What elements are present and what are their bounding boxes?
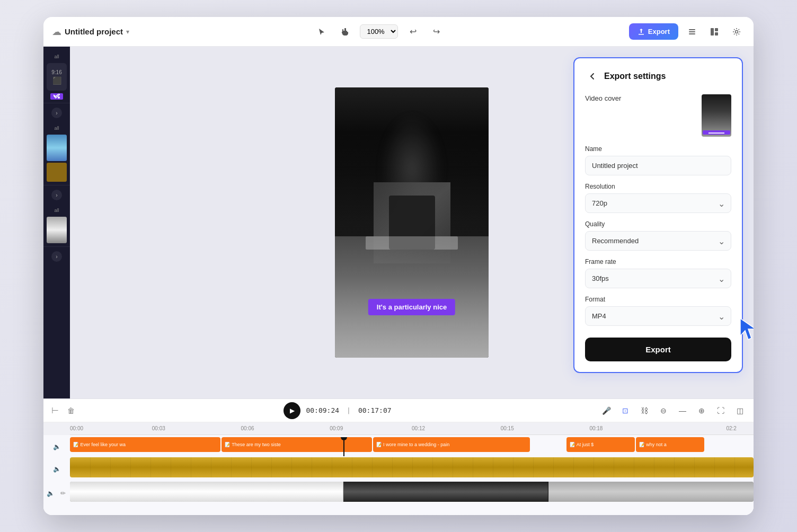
ruler-mark-1: 00:03 [152, 425, 165, 431]
sidebar-expand-1[interactable]: › [51, 108, 62, 118]
format-label: Format [585, 296, 731, 303]
back-button[interactable] [585, 69, 600, 84]
panel-title: Export settings [604, 72, 666, 81]
svg-point-8 [58, 96, 60, 99]
name-label: Name [585, 145, 731, 153]
svg-rect-6 [715, 32, 718, 36]
quality-label: Quality [585, 220, 731, 228]
zoom-slider[interactable]: — [675, 403, 690, 418]
quality-select-wrapper: Recommended High Medium Low [585, 231, 731, 251]
project-name-area[interactable]: ☁ Untitled project ▾ [52, 26, 129, 38]
playback-bar: ⊢ 🗑 ▶ 00:09:24 | 00:17:07 🎤 ⊡ ⛓ ⊖ — ⊕ ⛶ … [43, 399, 754, 422]
total-time: 00:17:07 [358, 406, 392, 414]
video-cover-label: Video cover [585, 94, 621, 102]
sidebar-expand-2[interactable]: › [51, 190, 62, 200]
svg-rect-5 [715, 28, 718, 31]
sidebar-thumb-1[interactable] [47, 135, 67, 161]
cover-thumb-label: ▬▬▬▬▬ [703, 130, 730, 135]
sidebar-label-all-3: all [54, 208, 59, 213]
resolution-label: Resolution [585, 183, 731, 190]
select-tool-button[interactable] [313, 23, 330, 40]
timeline-tracks: 🔈 📝 Ever feel like your wa 📝 These are m… [43, 435, 754, 507]
subtitle-clip-1[interactable]: 📝 These are my two siste [222, 437, 372, 452]
name-field-group: Name [585, 145, 731, 175]
subtitle-overlay: It's a particularly nice [368, 299, 455, 315]
format-select[interactable]: MP4 MOV AVI GIF [585, 306, 731, 326]
subtitle-clips-container: 📝 Ever feel like your wa 📝 These are my … [70, 437, 754, 452]
resolution-select-wrapper: 720p 1080p 480p 4K [585, 193, 731, 213]
split-tool-button[interactable]: ⊢ [50, 405, 60, 416]
sidebar-thumb-2[interactable] [47, 163, 67, 182]
track-edit-video-2[interactable]: ✏ [58, 488, 68, 499]
ruler-mark-5: 00:15 [501, 425, 514, 431]
track-volume-video-1[interactable]: 🔈 [51, 464, 62, 474]
subtitle-clip-0[interactable]: 📝 Ever feel like your wa [70, 437, 220, 452]
zoom-select[interactable]: 100% 75% 50% 125% [360, 24, 398, 39]
zoom-out-button[interactable]: ⊖ [656, 403, 671, 418]
cloud-icon: ☁ [52, 26, 61, 38]
layout-icon-button[interactable] [706, 23, 723, 40]
track-volume-video-2[interactable]: 🔈 [45, 488, 56, 499]
delete-clip-button[interactable]: 🗑 [66, 405, 76, 416]
sidebar-panel-1: all 9:16 ⬛ [43, 51, 70, 103]
layers-icon-button[interactable] [684, 23, 701, 40]
top-bar-center: 100% 75% 50% 125% ↩ ↪ [134, 23, 625, 40]
project-chevron-icon: ▾ [126, 28, 129, 36]
track-controls-subtitle: 🔈 [43, 441, 70, 452]
video-bg [335, 87, 489, 358]
svg-rect-2 [689, 31, 695, 32]
left-sidebar: all 9:16 ⬛ › all [43, 47, 70, 398]
subtitle-clip-2[interactable]: 📝 I wore mine to a wedding - pain [373, 437, 530, 452]
video-track-1-content[interactable] [70, 457, 754, 481]
play-button[interactable]: ▶ [284, 402, 300, 419]
subtitle-clip-4[interactable]: 📝 why not a [636, 437, 704, 452]
sidebar-thumb-3[interactable] [47, 217, 67, 243]
subtitle-track-content[interactable]: 📝 Ever feel like your wa 📝 These are my … [70, 437, 754, 456]
video-track-2-content[interactable] [70, 482, 754, 505]
video-cover-section: Video cover ▬▬▬▬▬ [585, 94, 731, 137]
sidebar-panel-2: all [43, 122, 70, 185]
fullscreen-button[interactable]: ⛶ [713, 403, 728, 418]
hand-tool-button[interactable] [336, 23, 353, 40]
top-bar: ☁ Untitled project ▾ 100% 75% 50% 125% [43, 17, 754, 47]
link-button[interactable]: ⛓ [637, 403, 652, 418]
video-cover-thumbnail[interactable]: ▬▬▬▬▬ [702, 94, 731, 137]
track-controls-video-2: 🔈 ✏ [43, 488, 70, 499]
name-input[interactable] [585, 156, 731, 175]
redo-button[interactable]: ↪ [428, 23, 445, 40]
track-controls-video-1: 🔈 [43, 464, 70, 474]
zoom-in-button[interactable]: ⊕ [694, 403, 709, 418]
undo-button[interactable]: ↩ [404, 23, 421, 40]
sidebar-panel-3: all [43, 205, 70, 247]
ruler-mark-4: 00:12 [412, 425, 425, 431]
quality-select[interactable]: Recommended High Medium Low [585, 231, 731, 251]
sidebar-expand-3[interactable]: › [51, 251, 62, 262]
microphone-button[interactable]: 🎤 [599, 403, 614, 418]
track-volume-subtitle[interactable]: 🔈 [51, 441, 62, 452]
current-time: 00:09:24 [306, 406, 339, 414]
quality-field-group: Quality Recommended High Medium Low [585, 220, 731, 251]
svg-rect-1 [689, 29, 695, 30]
ruler-mark-7: 02:2 [726, 425, 736, 431]
format-select-wrapper: MP4 MOV AVI GIF [585, 306, 731, 326]
subtitle-clip-3[interactable]: 📝 At just $ [566, 437, 635, 452]
svg-point-7 [736, 30, 738, 33]
export-action-button[interactable]: Export [585, 338, 731, 361]
playback-right-controls: 🎤 ⊡ ⛓ ⊖ — ⊕ ⛶ ◫ [599, 403, 747, 418]
sidebar-label-all-1: all [54, 54, 59, 59]
main-area: all 9:16 ⬛ › all [43, 47, 754, 398]
export-button[interactable]: Export [629, 23, 678, 40]
app-window: ☁ Untitled project ▾ 100% 75% 50% 125% [43, 17, 754, 515]
ruler-mark-2: 00:06 [241, 425, 254, 431]
svg-rect-3 [689, 33, 695, 34]
ruler-mark-6: 00:18 [589, 425, 603, 431]
more-options-button[interactable]: ◫ [732, 403, 747, 418]
resolution-select[interactable]: 720p 1080p 480p 4K [585, 193, 731, 213]
project-title: Untitled project [65, 27, 123, 36]
settings-icon-button[interactable] [728, 23, 745, 40]
timeline-container: 00:00 00:03 00:06 00:09 00:12 00:15 00:1… [43, 422, 754, 515]
caption-button[interactable]: ⊡ [618, 403, 633, 418]
export-settings-panel: Export settings Video cover ▬▬▬▬▬ Name R… [573, 57, 743, 373]
frame-rate-select[interactable]: 30fps 24fps 60fps [585, 269, 731, 288]
playhead [343, 437, 344, 456]
